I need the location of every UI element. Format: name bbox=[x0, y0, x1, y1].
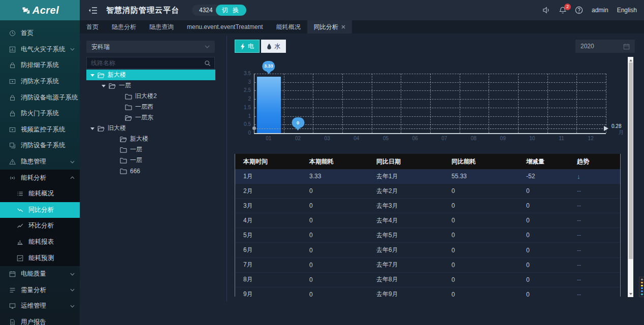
tree-indent-spacer bbox=[118, 116, 122, 120]
electric-toggle-button[interactable]: 电 bbox=[235, 40, 260, 53]
tab-5[interactable]: 同比分析 bbox=[307, 20, 352, 34]
sidebar-item[interactable]: 能耗分析 bbox=[0, 170, 80, 186]
x-axis-label: 07 bbox=[434, 136, 455, 141]
caret-down-icon[interactable] bbox=[90, 126, 94, 131]
top-header: Acrel 智慧消防管理云平台 4324 切 换 2 admin English bbox=[0, 0, 644, 20]
year-picker[interactable]: 2020 bbox=[575, 40, 635, 53]
help-icon[interactable] bbox=[575, 6, 583, 14]
caret-down-icon[interactable] bbox=[90, 73, 94, 77]
data-pin-tail bbox=[266, 71, 271, 77]
v-grid-line bbox=[313, 74, 313, 133]
table-cell: -52 bbox=[518, 173, 569, 180]
tree-node[interactable]: 一层 bbox=[86, 144, 215, 155]
tab-4[interactable]: 能耗概况 bbox=[270, 20, 307, 34]
copy-icon bbox=[9, 142, 16, 149]
sidebar-item[interactable]: 防火门子系统 bbox=[0, 106, 80, 122]
table-body: 1月3.33去年1月55.33-52↓2月0去年2月00--3月0去年3月00-… bbox=[235, 169, 620, 297]
tree-node[interactable]: 旧大楼 bbox=[86, 123, 215, 134]
tab-label: 首页 bbox=[86, 23, 99, 31]
sidebar-item-label: 需量分析 bbox=[21, 286, 46, 295]
tree-node[interactable]: 旧大楼2 bbox=[86, 91, 215, 102]
tree-node[interactable]: 新大楼 bbox=[86, 134, 215, 144]
sidebar-item-label: 消防设备电源子系统 bbox=[21, 93, 78, 102]
data-pin: 3.33 bbox=[262, 61, 275, 77]
table-cell: 去年8月 bbox=[368, 275, 443, 284]
sidebar-subitem[interactable]: 能耗预测 bbox=[0, 250, 80, 266]
search-button[interactable] bbox=[200, 57, 214, 69]
tab-1[interactable]: 隐患分析 bbox=[105, 20, 143, 34]
tree-node[interactable]: 一层西 bbox=[86, 102, 215, 112]
table-row[interactable]: 9月0去年9月00-- bbox=[235, 287, 620, 297]
sidebar-item-label: 首页 bbox=[21, 29, 34, 38]
y-axis-label: 2.5 bbox=[235, 87, 251, 93]
sidebar-item[interactable]: 视频监控子系统 bbox=[0, 122, 80, 138]
sidebar-item[interactable]: 电气火灾子系统 bbox=[0, 42, 80, 58]
x-axis-label: 01 bbox=[259, 136, 279, 141]
tree-node[interactable]: 新大楼 bbox=[86, 70, 215, 80]
tree-node[interactable]: 一层 bbox=[86, 155, 215, 166]
table-row[interactable]: 2月0去年2月00-- bbox=[235, 184, 620, 199]
tab-0[interactable]: 首页 bbox=[80, 20, 105, 34]
scrollbar-thumb[interactable] bbox=[629, 62, 633, 259]
table-cell: 55.33 bbox=[443, 173, 518, 180]
tree-node-label: 新大楼 bbox=[130, 135, 148, 143]
sidebar-item-label: 视频监控子系统 bbox=[21, 125, 66, 134]
vertical-scrollbar[interactable] bbox=[628, 57, 633, 297]
sidebar-item[interactable]: 电能质量 bbox=[0, 266, 80, 282]
table-row[interactable]: 5月0去年5月00-- bbox=[235, 228, 620, 243]
volume-icon[interactable] bbox=[542, 6, 551, 14]
table-header-cell: 同比能耗 bbox=[443, 157, 518, 166]
reference-dot bbox=[252, 126, 256, 130]
table-header-cell: 增减量 bbox=[518, 157, 569, 166]
sidebar-item-label: 隐患管理 bbox=[21, 157, 46, 166]
sidebar-subitem[interactable]: 环比分析 bbox=[0, 218, 80, 234]
chart-plot-area bbox=[254, 74, 606, 134]
organization-dropdown[interactable]: 安科瑞 bbox=[86, 41, 215, 53]
switch-button[interactable]: 切 换 bbox=[216, 5, 246, 16]
sidebar-item[interactable]: 消防设备子系统 bbox=[0, 138, 80, 154]
caret-down-icon[interactable] bbox=[102, 84, 106, 88]
table-cell: 1月 bbox=[235, 172, 301, 181]
user-menu[interactable]: admin bbox=[592, 7, 608, 14]
sidebar-item[interactable]: 运维管理 bbox=[0, 298, 80, 314]
tree-node[interactable]: 666 bbox=[86, 166, 215, 176]
table-row[interactable]: 8月0去年8月00-- bbox=[235, 273, 620, 287]
table-row[interactable]: 6月0去年6月00-- bbox=[235, 243, 620, 257]
sidebar-item[interactable]: 消防设备电源子系统 bbox=[0, 89, 80, 106]
table-row[interactable]: 3月0去年3月00-- bbox=[235, 199, 620, 213]
device-tree: 新大楼一层旧大楼2一层西一层东旧大楼新大楼一层一层666 bbox=[86, 70, 215, 176]
sidebar-item[interactable]: 需量分析 bbox=[0, 282, 80, 299]
x-axis-label: 08 bbox=[464, 136, 484, 141]
table-row[interactable]: 7月0去年7月00-- bbox=[235, 258, 620, 273]
tree-node[interactable]: 一层 bbox=[86, 80, 215, 91]
sidebar-subitem[interactable]: 能耗报表 bbox=[0, 234, 80, 250]
sidebar-item[interactable]: 隐患管理 bbox=[0, 154, 80, 170]
folder-open-icon bbox=[98, 125, 105, 132]
sidebar-item[interactable]: 防排烟子系统 bbox=[0, 57, 80, 74]
sidebar-subitem[interactable]: 能耗概况 bbox=[0, 186, 80, 202]
tree-node-label: 666 bbox=[130, 168, 140, 175]
table-cell: 3.33 bbox=[301, 173, 368, 180]
bar-chart-icon bbox=[17, 239, 23, 245]
close-icon[interactable] bbox=[341, 25, 345, 29]
scrollbar-up-arrow[interactable] bbox=[628, 57, 633, 62]
table-row[interactable]: 4月0去年4月00-- bbox=[235, 213, 620, 228]
search-input[interactable] bbox=[87, 59, 200, 67]
scrollbar-down-arrow[interactable] bbox=[628, 292, 633, 297]
lock-icon bbox=[9, 110, 16, 117]
table-row[interactable]: 1月3.33去年1月55.33-52↓ bbox=[235, 169, 620, 184]
notifications-button[interactable]: 2 bbox=[559, 6, 566, 14]
sidebar-subitem[interactable]: 同比分析 bbox=[0, 202, 80, 218]
sidebar: 首页电气火灾子系统防排烟子系统消防水子系统消防设备电源子系统防火门子系统视频监控… bbox=[0, 20, 80, 325]
sidebar-item[interactable]: 首页 bbox=[0, 25, 80, 42]
sidebar-item[interactable]: 用户报告 bbox=[0, 314, 80, 325]
tree-node[interactable]: 一层东 bbox=[86, 112, 215, 123]
language-switcher[interactable]: English bbox=[617, 7, 637, 14]
lightning-icon bbox=[240, 43, 245, 50]
water-toggle-button[interactable]: 水 bbox=[261, 40, 286, 53]
sidebar-collapse-button[interactable] bbox=[88, 7, 98, 14]
tab-2[interactable]: 隐患查询 bbox=[143, 20, 180, 34]
sidebar-item-label: 电能质量 bbox=[21, 270, 46, 278]
sidebar-item[interactable]: 消防水子系统 bbox=[0, 74, 80, 90]
tab-3[interactable]: menu.event.eventTreatment bbox=[180, 20, 270, 34]
